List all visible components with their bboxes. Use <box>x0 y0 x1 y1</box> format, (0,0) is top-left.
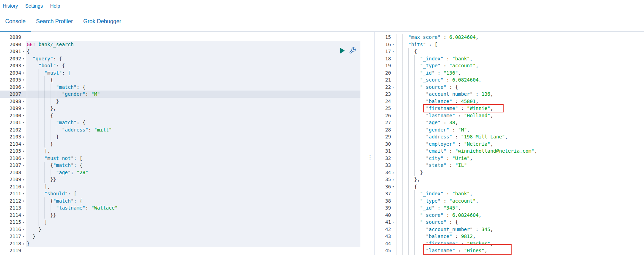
line-content[interactable]: { <box>396 48 644 55</box>
fold-open-icon[interactable]: ▾ <box>391 183 396 190</box>
fold-close-icon[interactable]: ▴ <box>21 176 26 183</box>
line-content[interactable]: "_index" : "bank", <box>396 190 644 197</box>
tab-console[interactable]: Console <box>0 12 31 31</box>
line-content[interactable]: "account_number" : 136, <box>396 91 644 98</box>
line-content[interactable]: { <box>396 183 644 190</box>
line-content[interactable]: } <box>26 141 365 148</box>
line-content[interactable]: "_index" : "bank", <box>396 55 644 62</box>
fold-open-icon[interactable]: ▾ <box>21 162 26 169</box>
fold-close-icon[interactable]: ▴ <box>21 219 26 226</box>
line-content[interactable]: ], <box>26 147 365 155</box>
send-request-play-icon[interactable] <box>340 48 345 55</box>
line-content[interactable]: "address": "mill" <box>26 126 365 134</box>
line-content[interactable]: "state" : "IL" <box>396 162 644 169</box>
fold-open-icon[interactable]: ▾ <box>21 76 26 84</box>
line-content[interactable]: "gender": "M" <box>26 91 365 98</box>
line-content[interactable]: }, <box>26 105 365 112</box>
fold-open-icon[interactable]: ▾ <box>21 84 26 91</box>
line-content[interactable]: }, <box>396 176 644 183</box>
line-content[interactable]: ] <box>26 219 365 226</box>
pane-resizer[interactable]: ⋮ <box>365 32 374 255</box>
line-content[interactable]: "hits" : [ <box>396 41 644 48</box>
line-content[interactable]: }} <box>26 176 365 183</box>
line-content[interactable]: "city" : "Urie", <box>396 155 644 162</box>
line-content[interactable]: "lastname": "Wallace" <box>26 204 365 212</box>
request-options-wrench-icon[interactable] <box>349 47 356 55</box>
line-content[interactable]: "_source" : { <box>396 219 644 226</box>
line-content[interactable]: { <box>26 112 365 119</box>
fold-open-icon[interactable]: ▾ <box>391 84 396 91</box>
fold-close-icon[interactable]: ▴ <box>21 133 26 141</box>
line-content[interactable]: "_id" : "345", <box>396 204 644 212</box>
line-content[interactable]: { <box>26 76 365 84</box>
fold-close-icon[interactable]: ▴ <box>21 226 26 233</box>
line-content[interactable]: "must": [ <box>26 69 365 77</box>
line-content[interactable]: {"match": { <box>26 162 365 169</box>
line-content[interactable]: "balance" : 9812, <box>396 233 644 240</box>
line-content[interactable]: "query": { <box>26 55 365 62</box>
fold-open-icon[interactable]: ▾ <box>21 112 26 119</box>
fold-open-icon[interactable]: ▾ <box>391 41 396 48</box>
line-content[interactable]: "match": { <box>26 119 365 126</box>
fold-open-icon[interactable]: ▾ <box>391 219 396 226</box>
line-content[interactable] <box>26 247 365 254</box>
fold-open-icon[interactable]: ▾ <box>21 197 26 205</box>
menu-item-settings[interactable]: Settings <box>25 3 43 9</box>
fold-open-icon[interactable]: ▾ <box>21 48 26 55</box>
fold-close-icon[interactable]: ▴ <box>21 105 26 112</box>
line-content[interactable]: } <box>26 226 365 233</box>
line-content[interactable]: "bool": { <box>26 62 365 69</box>
request-editor[interactable]: 20892090GET bank/_search2091▾{2092▾ "que… <box>0 32 365 255</box>
fold-open-icon[interactable]: ▾ <box>21 190 26 197</box>
fold-close-icon[interactable]: ▴ <box>21 98 26 105</box>
line-content[interactable] <box>26 34 365 41</box>
line-content[interactable]: "gender" : "M", <box>396 126 644 134</box>
fold-close-icon[interactable]: ▴ <box>21 240 26 247</box>
line-content[interactable]: "email" : "winnieholland@neteria.com", <box>396 147 644 155</box>
fold-close-icon[interactable]: ▴ <box>21 183 26 190</box>
line-content[interactable]: } <box>26 133 365 141</box>
line-content[interactable]: "_type" : "account", <box>396 62 644 69</box>
tab-grok-debugger[interactable]: Grok Debugger <box>78 12 127 31</box>
response-editor[interactable]: 15 "max_score" : 6.0824604,16▾ "hits" : … <box>374 32 644 255</box>
fold-open-icon[interactable]: ▾ <box>21 55 26 62</box>
line-content[interactable]: "_source" : { <box>396 84 644 91</box>
line-content[interactable]: "_score" : 6.0824604, <box>396 212 644 219</box>
fold-close-icon[interactable]: ▴ <box>21 212 26 219</box>
line-content[interactable]: "should": [ <box>26 190 365 197</box>
line-content[interactable]: } <box>26 240 365 247</box>
fold-open-icon[interactable]: ▾ <box>21 155 26 162</box>
fold-close-icon[interactable]: ▴ <box>21 141 26 148</box>
line-content[interactable]: GET bank/_search <box>26 41 365 48</box>
line-content[interactable]: "lastname" : "Holland", <box>396 112 644 119</box>
fold-open-icon[interactable]: ▾ <box>391 48 396 55</box>
line-content[interactable]: "_id" : "136", <box>396 69 644 77</box>
line-content[interactable]: } <box>26 233 365 240</box>
tab-search-profiler[interactable]: Search Profiler <box>31 12 78 31</box>
fold-close-icon[interactable]: ▴ <box>391 176 396 183</box>
line-content[interactable]: "account_number" : 345, <box>396 226 644 233</box>
line-content[interactable]: { <box>26 48 365 55</box>
line-content[interactable]: } <box>396 169 644 176</box>
fold-close-icon[interactable]: ▴ <box>21 233 26 240</box>
line-content[interactable]: "address" : "198 Mill Lane", <box>396 133 644 141</box>
line-content[interactable]: } <box>26 98 365 105</box>
fold-open-icon[interactable]: ▾ <box>21 62 26 69</box>
line-content[interactable]: "employer" : "Neteria", <box>396 141 644 148</box>
line-content[interactable]: ], <box>26 183 365 190</box>
line-content[interactable]: }} <box>26 212 365 219</box>
line-content[interactable]: "_score" : 6.0824604, <box>396 76 644 84</box>
line-content[interactable]: "age" : 38, <box>396 119 644 126</box>
line-content[interactable]: "_type" : "account", <box>396 197 644 205</box>
menu-item-history[interactable]: History <box>3 3 18 9</box>
fold-open-icon[interactable]: ▾ <box>21 69 26 77</box>
fold-close-icon[interactable]: ▴ <box>391 169 396 176</box>
line-content[interactable]: {"match": { <box>26 197 365 205</box>
line-content[interactable]: "must_not": [ <box>26 155 365 162</box>
line-content[interactable]: "max_score" : 6.0824604, <box>396 34 644 41</box>
fold-open-icon[interactable]: ▾ <box>21 119 26 126</box>
line-content[interactable]: "age": "28" <box>26 169 365 176</box>
menu-item-help[interactable]: Help <box>50 3 60 9</box>
line-content[interactable]: "balance" : 45801, <box>396 98 644 105</box>
fold-close-icon[interactable]: ▴ <box>21 147 26 155</box>
